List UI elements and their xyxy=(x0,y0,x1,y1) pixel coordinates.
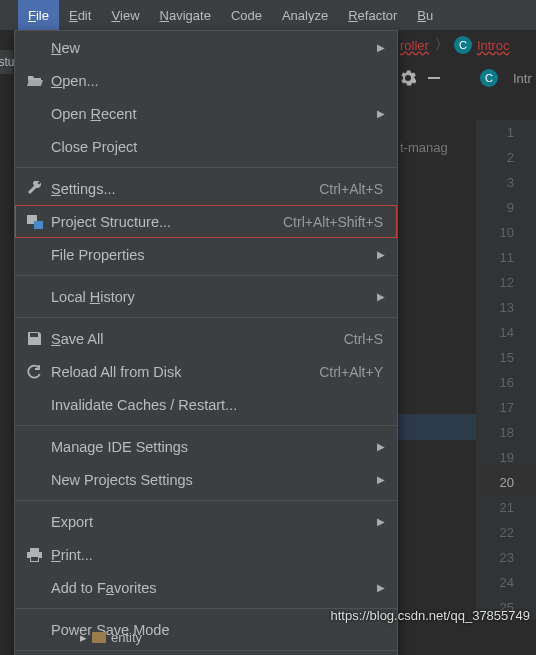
watermark-text: https://blog.csdn.net/qq_37855749 xyxy=(331,608,531,623)
left-panel-stub: stu xyxy=(0,50,14,74)
menu-item-local-history[interactable]: Local History ▶ xyxy=(15,280,397,313)
menu-separator xyxy=(15,425,397,426)
editor-gutter: 123910111213141516171819202122232425 xyxy=(476,120,536,620)
menu-item-export[interactable]: Export ▶ xyxy=(15,505,397,538)
svg-rect-6 xyxy=(31,557,38,561)
shortcut-text: Ctrl+Alt+Y xyxy=(319,364,383,380)
gutter-line: 24 xyxy=(477,570,536,595)
print-icon xyxy=(27,548,51,562)
submenu-arrow-icon: ▶ xyxy=(377,108,385,119)
gutter-line: 15 xyxy=(477,345,536,370)
svg-rect-0 xyxy=(428,77,440,79)
project-structure-icon xyxy=(27,215,51,229)
menu-item-invalidate[interactable]: Invalidate Caches / Restart... xyxy=(15,388,397,421)
gutter-line: 10 xyxy=(477,220,536,245)
menu-separator xyxy=(15,167,397,168)
gutter-line: 9 xyxy=(477,195,536,220)
gutter-line: 13 xyxy=(477,295,536,320)
gutter-line: 11 xyxy=(477,245,536,270)
menu-item-project-structure[interactable]: Project Structure... Ctrl+Alt+Shift+S xyxy=(15,205,397,238)
shortcut-text: Ctrl+S xyxy=(344,331,383,347)
tree-label: entity xyxy=(111,630,142,645)
submenu-arrow-icon: ▶ xyxy=(377,441,385,452)
reload-icon xyxy=(27,364,51,379)
menu-code[interactable]: Code xyxy=(221,0,272,30)
menu-build[interactable]: Bu xyxy=(407,0,443,30)
menu-item-manage-ide[interactable]: Manage IDE Settings ▶ xyxy=(15,430,397,463)
menu-item-new-projects-settings[interactable]: New Projects Settings ▶ xyxy=(15,463,397,496)
submenu-arrow-icon: ▶ xyxy=(377,516,385,527)
menubar: File Edit View Navigate Code Analyze Ref… xyxy=(0,0,536,30)
minimize-icon[interactable] xyxy=(426,70,442,86)
submenu-arrow-icon: ▶ xyxy=(377,582,385,593)
gutter-line: 3 xyxy=(477,170,536,195)
gutter-line: 20 xyxy=(477,470,536,495)
breadcrumb-segment: roller xyxy=(400,38,429,53)
menu-navigate[interactable]: Navigate xyxy=(150,0,221,30)
menu-analyze[interactable]: Analyze xyxy=(272,0,338,30)
breadcrumb-class: Introc xyxy=(477,38,510,53)
submenu-arrow-icon: ▶ xyxy=(377,249,385,260)
submenu-arrow-icon: ▶ xyxy=(377,42,385,53)
menu-refactor[interactable]: Refactor xyxy=(338,0,407,30)
gutter-line: 16 xyxy=(477,370,536,395)
menu-item-new[interactable]: New ▶ xyxy=(15,31,397,64)
gutter-line: 17 xyxy=(477,395,536,420)
menu-separator xyxy=(15,317,397,318)
gutter-line: 21 xyxy=(477,495,536,520)
gutter-line: 18 xyxy=(477,420,536,445)
project-tree-item[interactable]: ▸ entity xyxy=(80,630,142,645)
bg-fragment: t-manag xyxy=(400,140,448,155)
menu-item-open[interactable]: Open... xyxy=(15,64,397,97)
menu-separator xyxy=(15,500,397,501)
svg-rect-3 xyxy=(30,548,39,552)
tab-label[interactable]: Intr xyxy=(513,71,532,86)
menu-item-close-project[interactable]: Close Project xyxy=(15,130,397,163)
gear-icon[interactable] xyxy=(400,70,416,86)
save-icon xyxy=(27,331,51,346)
shortcut-text: Ctrl+Alt+S xyxy=(319,181,383,197)
menu-item-save-all[interactable]: Save All Ctrl+S xyxy=(15,322,397,355)
folder-icon xyxy=(92,632,106,643)
menu-view[interactable]: View xyxy=(101,0,149,30)
gutter-line: 22 xyxy=(477,520,536,545)
gutter-line: 19 xyxy=(477,445,536,470)
gutter-line: 2 xyxy=(477,145,536,170)
submenu-arrow-icon: ▶ xyxy=(377,291,385,302)
menu-item-settings[interactable]: Settings... Ctrl+Alt+S xyxy=(15,172,397,205)
file-menu-dropdown: New ▶ Open... Open Recent ▶ Close Projec… xyxy=(14,30,398,655)
wrench-icon xyxy=(27,181,51,197)
gutter-line: 1 xyxy=(477,120,536,145)
svg-rect-2 xyxy=(34,221,43,229)
submenu-arrow-icon: ▶ xyxy=(377,474,385,485)
gutter-line: 23 xyxy=(477,545,536,570)
menu-item-file-properties[interactable]: File Properties ▶ xyxy=(15,238,397,271)
shortcut-text: Ctrl+Alt+Shift+S xyxy=(283,214,383,230)
menu-item-open-recent[interactable]: Open Recent ▶ xyxy=(15,97,397,130)
menu-item-reload[interactable]: Reload All from Disk Ctrl+Alt+Y xyxy=(15,355,397,388)
menu-separator xyxy=(15,650,397,651)
open-folder-icon xyxy=(27,74,51,88)
tree-arrow-icon: ▸ xyxy=(80,630,87,645)
menu-item-add-favorites[interactable]: Add to Favorites ▶ xyxy=(15,571,397,604)
gutter-line: 14 xyxy=(477,320,536,345)
gutter-line: 12 xyxy=(477,270,536,295)
class-icon: C xyxy=(454,36,472,54)
menu-edit[interactable]: Edit xyxy=(59,0,101,30)
menu-item-print[interactable]: Print... xyxy=(15,538,397,571)
tab-class-icon: C xyxy=(480,69,498,87)
menu-file[interactable]: File xyxy=(18,0,59,30)
menu-separator xyxy=(15,275,397,276)
